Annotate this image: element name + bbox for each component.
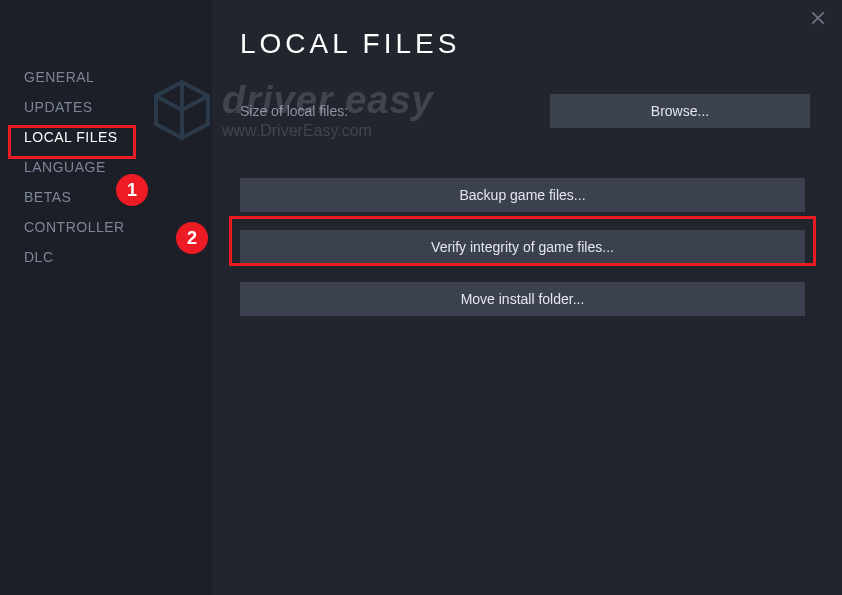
- sidebar-item-local-files[interactable]: LOCAL FILES: [0, 122, 212, 152]
- sidebar: GENERAL UPDATES LOCAL FILES LANGUAGE BET…: [0, 0, 212, 595]
- properties-window: GENERAL UPDATES LOCAL FILES LANGUAGE BET…: [0, 0, 842, 595]
- sidebar-item-controller[interactable]: CONTROLLER: [0, 212, 212, 242]
- close-icon[interactable]: [808, 8, 828, 28]
- sidebar-item-dlc[interactable]: DLC: [0, 242, 212, 272]
- sidebar-item-language[interactable]: LANGUAGE: [0, 152, 212, 182]
- main-panel: LOCAL FILES Size of local files: Browse.…: [212, 0, 842, 595]
- sidebar-item-label: LOCAL FILES: [24, 129, 118, 145]
- sidebar-item-label: DLC: [24, 249, 54, 265]
- size-label: Size of local files:: [240, 103, 348, 119]
- size-row: Size of local files: Browse...: [240, 94, 810, 128]
- verify-button[interactable]: Verify integrity of game files...: [240, 230, 805, 264]
- sidebar-item-label: BETAS: [24, 189, 71, 205]
- sidebar-item-general[interactable]: GENERAL: [0, 62, 212, 92]
- sidebar-item-label: CONTROLLER: [24, 219, 125, 235]
- sidebar-item-label: UPDATES: [24, 99, 93, 115]
- backup-button[interactable]: Backup game files...: [240, 178, 805, 212]
- sidebar-item-label: LANGUAGE: [24, 159, 106, 175]
- page-title: LOCAL FILES: [240, 28, 810, 60]
- sidebar-item-betas[interactable]: BETAS: [0, 182, 212, 212]
- sidebar-item-label: GENERAL: [24, 69, 94, 85]
- browse-button[interactable]: Browse...: [550, 94, 810, 128]
- move-folder-button[interactable]: Move install folder...: [240, 282, 805, 316]
- sidebar-item-updates[interactable]: UPDATES: [0, 92, 212, 122]
